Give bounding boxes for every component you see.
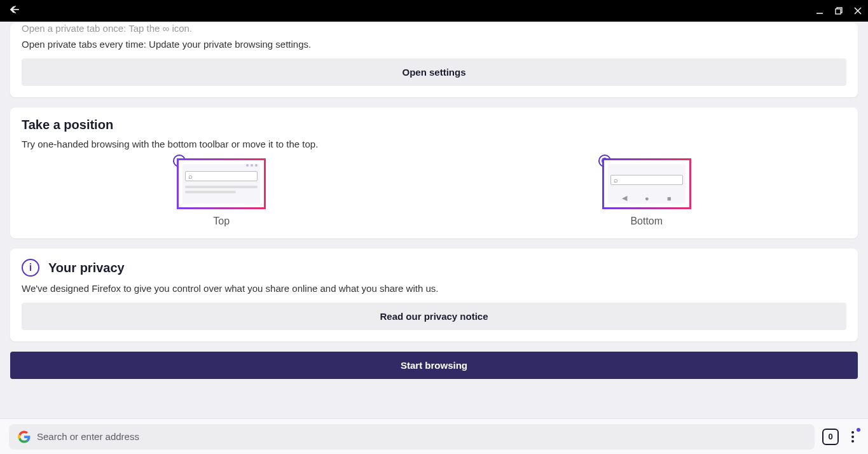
maximize-button[interactable] xyxy=(835,7,843,15)
menu-button[interactable] xyxy=(846,429,859,445)
private-tab-line1: Open a private tab once: Tap the ∞ icon. xyxy=(22,23,846,34)
position-title: Take a position xyxy=(22,118,846,132)
search-placeholder: Search or enter address xyxy=(37,431,139,442)
private-tabs-card: Open a private tab once: Tap the ∞ icon.… xyxy=(10,23,858,97)
private-tab-line2: Open private tabs every time: Update you… xyxy=(22,39,846,50)
info-icon: i xyxy=(22,259,39,277)
window-controls xyxy=(816,7,862,15)
back-icon[interactable] xyxy=(6,4,21,18)
svg-rect-4 xyxy=(836,9,841,14)
tab-count-button[interactable]: 0 xyxy=(822,429,839,445)
label-bottom: Bottom xyxy=(630,216,663,227)
notification-dot-icon xyxy=(857,428,860,432)
thumb-bottom: ◀●■ xyxy=(602,158,691,209)
privacy-notice-button[interactable]: Read our privacy notice xyxy=(22,303,846,330)
google-icon xyxy=(18,430,31,443)
privacy-body: We've designed Firefox to give you contr… xyxy=(22,283,846,294)
titlebar xyxy=(0,0,868,22)
open-settings-button[interactable]: Open settings xyxy=(22,58,846,86)
content-area: Open a private tab once: Tap the ∞ icon.… xyxy=(0,22,868,418)
toolbar-position-top[interactable]: Top xyxy=(22,158,422,227)
toolbar-position-bottom[interactable]: ◀●■ Bottom xyxy=(447,158,847,227)
position-card: Take a position Try one-handed browsing … xyxy=(10,107,858,238)
close-button[interactable] xyxy=(854,7,862,15)
start-browsing-button[interactable]: Start browsing xyxy=(10,352,858,379)
minimize-button[interactable] xyxy=(816,7,823,15)
position-body: Try one-handed browsing with the bottom … xyxy=(22,139,846,149)
privacy-card: i Your privacy We've designed Firefox to… xyxy=(10,249,858,341)
search-input[interactable]: Search or enter address xyxy=(9,424,815,450)
bottom-toolbar: Search or enter address 0 xyxy=(0,418,868,454)
thumb-top xyxy=(177,158,266,209)
label-top: Top xyxy=(213,216,230,227)
privacy-title: Your privacy xyxy=(48,261,125,275)
